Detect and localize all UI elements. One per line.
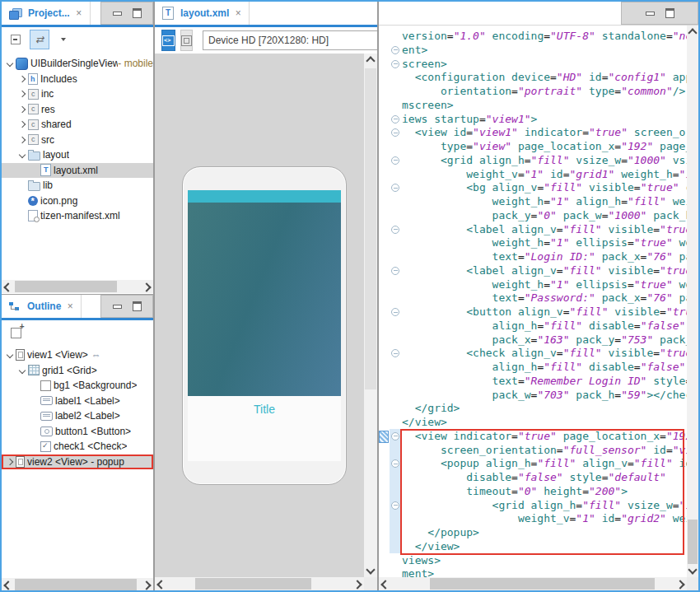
chevron-down-icon[interactable] <box>16 152 28 157</box>
close-icon[interactable] <box>74 7 84 19</box>
device-preview-frame: Title <box>182 166 347 485</box>
source-view-toggle-button[interactable] <box>161 30 175 51</box>
device-select[interactable]: Device HD [720X1280: HD] <box>203 30 377 50</box>
scroll-left-icon[interactable] <box>156 580 166 589</box>
close-icon[interactable] <box>65 301 75 312</box>
fold-collapse-icon[interactable] <box>391 115 399 124</box>
project-row-layout.xml[interactable]: layout.xml <box>2 163 153 179</box>
chevron-right-icon[interactable] <box>4 459 16 464</box>
minimize-icon[interactable] <box>646 12 655 16</box>
maximize-icon[interactable] <box>133 8 142 18</box>
fold-collapse-icon[interactable] <box>391 184 399 192</box>
scroll-right-icon[interactable] <box>352 580 362 589</box>
scroll-corner <box>687 577 698 590</box>
scroll-left-icon[interactable] <box>380 580 390 589</box>
xml-code-editor[interactable]: version="1.0" encoding="UTF-8" standalon… <box>379 26 687 577</box>
chevron-right-icon[interactable] <box>16 77 28 82</box>
link-with-editor-button[interactable] <box>30 30 49 49</box>
outline-item-label: check1 <Check> <box>54 441 127 452</box>
project-row-src[interactable]: src <box>2 133 153 148</box>
maximize-icon[interactable] <box>133 301 142 311</box>
project-row-inc[interactable]: inc <box>2 86 153 102</box>
chevron-right-icon[interactable] <box>16 91 28 96</box>
design-view-toggle-button[interactable] <box>180 30 193 51</box>
fold-collapse-icon[interactable] <box>391 128 399 137</box>
outline-row-view1[interactable]: view1 <View>⇔ <box>2 347 153 363</box>
focus-widget-button[interactable] <box>6 323 26 343</box>
source-vscroll-thumb[interactable] <box>688 520 698 564</box>
design-hscroll-thumb[interactable] <box>195 578 311 590</box>
minimize-icon[interactable] <box>113 12 122 16</box>
tab-layout-xml[interactable]: layout.xml <box>155 2 250 25</box>
outline-row-grid1[interactable]: grid1 <Grid> <box>2 363 153 379</box>
close-icon[interactable] <box>233 7 243 19</box>
fold-collapse-icon[interactable] <box>391 308 399 316</box>
scroll-right-icon[interactable] <box>675 580 684 589</box>
outline-tree[interactable]: view1 <View>⇔grid1 <Grid>bg1 <Background… <box>2 343 153 578</box>
chevron-down-icon[interactable] <box>4 61 16 66</box>
bg-icon <box>40 380 51 391</box>
outline-item-label: view2 <View> - popup <box>27 456 124 468</box>
project-item-label: layout.xml <box>54 165 98 176</box>
project-row-tizen-manifest.xml[interactable]: tizen-manifest.xml <box>2 208 153 224</box>
outline-row-button1[interactable]: button1 <Button> <box>2 424 153 440</box>
preview-background <box>188 203 341 396</box>
fold-collapse-icon[interactable] <box>391 60 399 68</box>
scroll-up-icon[interactable] <box>366 56 375 65</box>
outline-hscroll-thumb[interactable] <box>15 579 137 590</box>
outline-row-label2[interactable]: label2 <Label> <box>2 408 153 424</box>
design-vscroll-thumb[interactable] <box>365 68 376 389</box>
fold-collapse-icon[interactable] <box>391 349 399 357</box>
maximize-icon[interactable] <box>665 8 674 18</box>
source-hscroll-thumb[interactable] <box>430 578 655 590</box>
device-preview-screen[interactable]: Title <box>188 190 341 461</box>
scroll-up-icon[interactable] <box>688 28 697 37</box>
outline-icon <box>9 301 21 312</box>
fold-collapse-icon[interactable] <box>391 267 399 275</box>
manifest-icon <box>28 210 38 221</box>
fold-collapse-icon[interactable] <box>391 432 399 441</box>
code-line: weight_h="1" align_h="fill" weight_v="1" <box>402 195 687 209</box>
fold-collapse-icon[interactable] <box>391 46 399 54</box>
outline-row-check1[interactable]: check1 <Check> <box>2 439 153 454</box>
minimize-icon[interactable] <box>113 305 122 309</box>
project-row-shared[interactable]: shared <box>2 117 153 133</box>
project-row-uibuildersingleview[interactable]: UIBuilderSingleView - mobile <box>2 56 153 72</box>
project-hscrollbar <box>2 280 153 293</box>
link-editor-icon <box>35 35 44 44</box>
chevron-down-icon[interactable] <box>4 352 16 357</box>
project-row-res[interactable]: res <box>2 102 153 118</box>
scroll-left-icon[interactable] <box>3 282 12 291</box>
project-row-icon.png[interactable]: icon.png <box>2 193 153 209</box>
design-canvas[interactable]: Title <box>155 54 364 577</box>
scroll-down-icon[interactable] <box>366 565 375 574</box>
code-line: <grid align_h="fill" vsize_w="1000" <box>402 499 687 513</box>
fold-collapse-icon[interactable] <box>391 226 399 234</box>
project-row-layout[interactable]: layout <box>2 147 153 163</box>
outline-row-bg1[interactable]: bg1 <Background> <box>2 378 153 394</box>
chevron-right-icon[interactable] <box>16 122 28 127</box>
chevron-down-icon[interactable] <box>16 368 28 373</box>
fold-collapse-icon[interactable] <box>391 156 399 165</box>
chevron-right-icon[interactable] <box>16 138 28 142</box>
preview-popup-title: Title <box>254 403 275 416</box>
project-tree[interactable]: UIBuilderSingleView - mobileIncludesincr… <box>2 52 153 280</box>
code-line: <label align_v="fill" visible="true" id=… <box>402 264 687 278</box>
scroll-left-icon[interactable] <box>3 580 12 590</box>
project-row-lib[interactable]: lib <box>2 178 153 193</box>
scroll-right-icon[interactable] <box>142 282 151 291</box>
tab-project-explorer[interactable]: Project... <box>2 2 91 25</box>
tab-outline[interactable]: Outline <box>2 295 82 318</box>
view-menu-button[interactable] <box>54 30 73 49</box>
outline-row-view2[interactable]: view2 <View> - popup <box>2 454 153 470</box>
fold-collapse-icon[interactable] <box>391 501 399 510</box>
chevron-right-icon[interactable] <box>16 107 28 112</box>
project-hscroll-thumb[interactable] <box>15 281 117 292</box>
source-minmax <box>621 2 698 25</box>
source-editor-panel: version="1.0" encoding="UTF-8" standalon… <box>379 2 698 590</box>
collapse-all-button[interactable] <box>6 30 26 49</box>
project-row-includes[interactable]: Includes <box>2 72 153 87</box>
scroll-down-icon[interactable] <box>688 565 697 574</box>
outline-row-label1[interactable]: label1 <Label> <box>2 394 153 409</box>
scroll-right-icon[interactable] <box>142 580 151 590</box>
